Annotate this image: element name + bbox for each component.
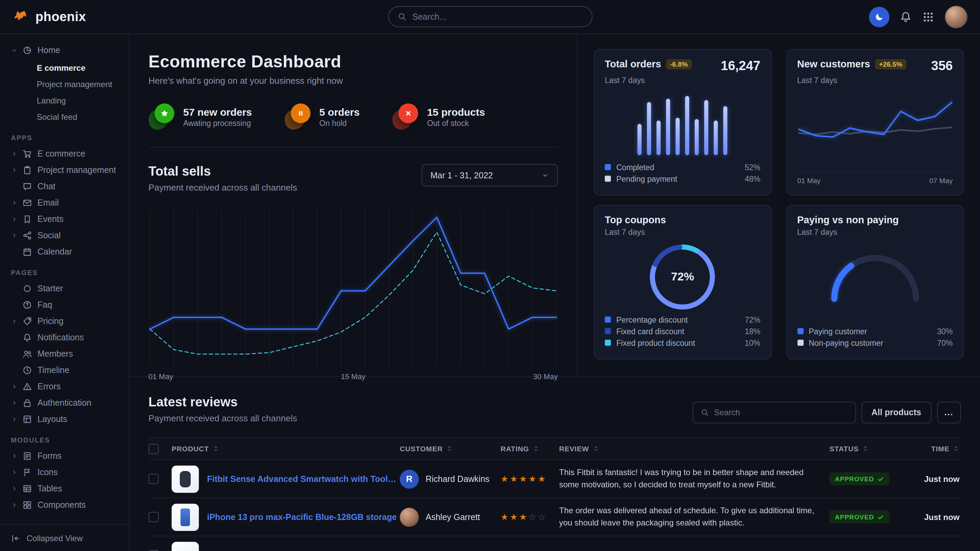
sidebar-item-label: Calendar [37, 247, 72, 257]
reviews-search-input[interactable] [714, 408, 848, 417]
select-all-checkbox[interactable] [148, 443, 159, 454]
search-input[interactable] [412, 12, 582, 21]
column-header-status[interactable]: STATUS [829, 445, 859, 453]
chevron-down-icon [11, 47, 18, 54]
apps-grid-icon[interactable] [922, 11, 934, 23]
sidebar-item-members[interactable]: Members [11, 346, 122, 362]
clock-icon [22, 365, 32, 375]
sort-icon[interactable] [446, 445, 453, 452]
latest-reviews-header: Latest reviews Payment received across a… [148, 395, 961, 423]
stat-out-of-stock: 15 productsOut of stock [392, 103, 485, 129]
sidebar-item-home[interactable]: Home [11, 42, 122, 59]
sidebar-item-label: Forms [37, 451, 62, 461]
customer-name[interactable]: Richard Dawkins [426, 474, 490, 484]
sidebar-item-tables[interactable]: Tables [11, 481, 122, 497]
sidebar-item-email[interactable]: Email [11, 195, 122, 211]
sidebar-item-social[interactable]: Social [11, 227, 122, 244]
card-title: Paying vs non paying [797, 214, 953, 225]
main-content: Ecommerce Dashboard Here's what's going … [129, 34, 980, 551]
reviews-search[interactable] [692, 402, 856, 423]
brand-logo[interactable]: phoenix [12, 8, 86, 25]
collapse-view-button[interactable]: Collapsed View [0, 524, 129, 551]
sort-icon[interactable] [862, 445, 869, 452]
sidebar-item-social-feed[interactable]: Social feed [37, 109, 122, 125]
review-time: Just now [924, 512, 959, 522]
legend-value: 72% [745, 316, 760, 324]
forms-icon [22, 451, 32, 461]
cart-icon [22, 149, 32, 159]
sidebar-item-faq[interactable]: Faq [11, 297, 122, 313]
lock-icon [22, 398, 32, 408]
sidebar-item-errors[interactable]: Errors [11, 378, 122, 395]
latest-reviews-title: Latest reviews [148, 395, 297, 410]
sort-icon[interactable] [592, 445, 599, 452]
sidebar-item-pricing[interactable]: Pricing [11, 313, 122, 329]
sidebar-item-e-commerce[interactable]: E commerce [11, 146, 122, 162]
legend-label: Completed [616, 163, 654, 171]
sidebar-item-calendar[interactable]: Calendar [11, 244, 122, 260]
legend-value: 48% [745, 175, 760, 183]
notifications-bell-icon[interactable] [900, 11, 912, 23]
column-header-customer[interactable]: CUSTOMER [400, 445, 443, 453]
column-header-rating[interactable]: RATING [501, 445, 529, 453]
sidebar-section-title: APPS [11, 134, 122, 141]
date-range-select[interactable]: Mar 1 - 31, 2022 [422, 164, 558, 186]
moon-icon [874, 11, 884, 22]
sidebar-item-timeline[interactable]: Timeline [11, 362, 122, 378]
chevron-right-icon [11, 502, 18, 508]
sidebar-item-project-management[interactable]: Project management [11, 162, 122, 178]
circle-icon [22, 284, 32, 293]
customer-name[interactable]: Ashley Garrett [426, 512, 480, 522]
chevron-right-icon [11, 199, 18, 206]
legend-value: 70% [937, 339, 953, 347]
components-icon [22, 500, 32, 510]
sidebar-item-chat[interactable]: Chat [11, 178, 122, 195]
sidebar-item-events[interactable]: Events [11, 211, 122, 227]
table-row [148, 537, 961, 551]
column-header-product[interactable]: PRODUCT [172, 445, 209, 453]
sidebar-item-components[interactable]: Components [11, 497, 122, 513]
sidebar-item-label: Errors [37, 382, 60, 391]
layout-icon [22, 414, 32, 424]
card-period: Last 7 days [605, 76, 760, 84]
sidebar-item-authentication[interactable]: Authentication [11, 395, 122, 411]
product-thumbnail [172, 541, 199, 551]
sidebar-item-e-commerce[interactable]: E commerce [37, 60, 122, 76]
sidebar-item-starter[interactable]: Starter [11, 280, 122, 297]
sidebar-section-title: PAGES [11, 269, 122, 276]
sidebar-item-layouts[interactable]: Layouts [11, 411, 122, 427]
new-customers-card: New customers +26.5% 356 Last 7 days 01 … [786, 49, 964, 195]
product-link[interactable]: iPhone 13 pro max-Pacific Blue-128GB sto… [207, 512, 397, 522]
spacer [11, 351, 18, 357]
sidebar-item-landing[interactable]: Landing [37, 92, 122, 109]
spacer [11, 367, 18, 374]
sidebar-item-label: Components [37, 500, 86, 510]
product-link[interactable]: Fitbit Sense Advanced Smartwatch with To… [207, 474, 400, 484]
card-period: Last 7 days [797, 228, 953, 236]
paying-legend: Paying customer30%Non-paying customer70% [797, 326, 953, 350]
sidebar-item-forms[interactable]: Forms [11, 448, 122, 464]
tag-icon [22, 316, 32, 326]
sort-icon[interactable] [953, 445, 959, 452]
x-tick: 07 May [929, 176, 953, 184]
sidebar-item-icons[interactable]: Icons [11, 464, 122, 481]
column-header-review[interactable]: REVIEW [559, 445, 589, 453]
user-avatar[interactable] [945, 5, 968, 28]
theme-toggle-button[interactable] [869, 6, 889, 27]
more-options-button[interactable]: ... [937, 402, 961, 423]
users-icon [22, 349, 32, 359]
stat-caption: On hold [320, 119, 360, 127]
sidebar-item-project-management[interactable]: Project management [37, 76, 122, 92]
legend-value: 30% [937, 327, 953, 335]
row-checkbox[interactable] [148, 512, 159, 522]
global-search[interactable] [388, 6, 592, 27]
row-checkbox[interactable] [148, 474, 159, 484]
chevron-right-icon [11, 453, 18, 459]
all-products-button[interactable]: All products [861, 402, 931, 423]
rating-stars: ★★★★★ [501, 474, 547, 484]
sidebar-item-notifications[interactable]: Notifications [11, 329, 122, 346]
sort-icon[interactable] [212, 445, 219, 452]
column-header-time[interactable]: TIME [931, 445, 949, 453]
sort-icon[interactable] [533, 445, 539, 452]
phoenix-logo-icon [12, 8, 29, 25]
